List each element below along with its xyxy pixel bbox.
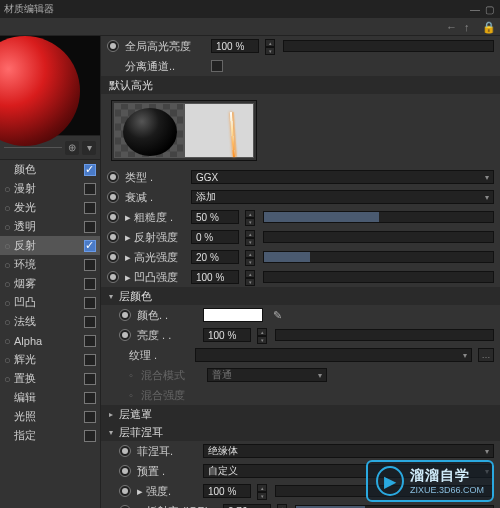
refl-value[interactable]: 0 % <box>191 230 239 244</box>
channel-checkbox[interactable] <box>84 164 96 176</box>
channel-checkbox[interactable] <box>84 316 96 328</box>
color-radio[interactable] <box>119 309 131 321</box>
global-spec-slider[interactable] <box>283 40 494 52</box>
bump-slider[interactable] <box>263 271 494 283</box>
channel-label: 透明 <box>14 219 80 234</box>
channel-checkbox[interactable] <box>84 392 96 404</box>
nav-icon[interactable]: ⊕ <box>65 141 79 155</box>
ior-value[interactable]: 2.76 <box>223 504 271 508</box>
atten-dropdown[interactable]: 添加 <box>191 190 494 204</box>
texture-more-button[interactable]: … <box>478 348 494 362</box>
left-column: ⊕ ▾ 颜色○漫射○发光○透明○反射○环境○烟雾○凹凸○法线○Alpha○辉光○… <box>0 36 100 508</box>
thumb-sphere[interactable] <box>114 103 184 158</box>
lock-icon[interactable]: 🔒 <box>482 21 494 33</box>
spec-radio[interactable] <box>107 251 119 263</box>
channel-row-8[interactable]: ○法线 <box>0 312 100 331</box>
bump-spinner[interactable]: ▴▾ <box>245 270 255 284</box>
channel-row-2[interactable]: ○发光 <box>0 198 100 217</box>
eyedropper-icon[interactable]: ✎ <box>269 308 285 322</box>
channel-label: 编辑 <box>14 390 80 405</box>
rough-value[interactable]: 50 % <box>191 210 239 224</box>
top-toolbar: ← ↑ 🔒 <box>0 18 500 36</box>
rough-spinner[interactable]: ▴▾ <box>245 210 255 224</box>
brightness-spinner[interactable]: ▴▾ <box>257 328 267 342</box>
brightness-radio[interactable] <box>119 329 131 341</box>
channel-checkbox[interactable] <box>84 202 96 214</box>
texture-dropdown[interactable] <box>195 348 472 362</box>
channel-bullet: ○ <box>4 259 10 271</box>
channel-checkbox[interactable] <box>84 259 96 271</box>
channel-checkbox[interactable] <box>84 335 96 347</box>
chevron-down-icon: ▾ <box>109 428 119 437</box>
dropdown-icon[interactable]: ▾ <box>82 141 96 155</box>
channel-checkbox[interactable] <box>84 240 96 252</box>
channel-label: 反射 <box>14 238 80 253</box>
spec-value[interactable]: 20 % <box>191 250 239 264</box>
channel-row-1[interactable]: ○漫射 <box>0 179 100 198</box>
channel-row-14[interactable]: 指定 <box>0 426 100 445</box>
channel-label: 法线 <box>14 314 80 329</box>
global-spec-value[interactable]: 100 % <box>211 39 259 53</box>
channel-checkbox[interactable] <box>84 297 96 309</box>
channel-checkbox[interactable] <box>84 183 96 195</box>
channel-checkbox[interactable] <box>84 221 96 233</box>
channel-row-9[interactable]: ○Alpha <box>0 331 100 350</box>
channel-row-0[interactable]: 颜色 <box>0 160 100 179</box>
type-dropdown[interactable]: GGX <box>191 170 494 184</box>
section-layer-mask[interactable]: ▸ 层遮罩 <box>101 405 500 423</box>
blend-mode-dropdown[interactable]: 普通 <box>207 368 327 382</box>
spec-slider[interactable] <box>263 251 494 263</box>
color-swatch[interactable] <box>203 308 263 322</box>
channel-row-4[interactable]: ○反射 <box>0 236 100 255</box>
channel-checkbox[interactable] <box>84 373 96 385</box>
preset-radio[interactable] <box>119 465 131 477</box>
thumb-falloff[interactable] <box>184 103 254 158</box>
fresnel-strength-radio[interactable] <box>119 485 131 497</box>
channel-bullet: ○ <box>4 335 10 347</box>
bump-value[interactable]: 100 % <box>191 270 239 284</box>
channel-checkbox[interactable] <box>84 278 96 290</box>
refl-spinner[interactable]: ▴▾ <box>245 230 255 244</box>
channel-row-10[interactable]: ○辉光 <box>0 350 100 369</box>
window-title: 材质编辑器 <box>4 2 54 16</box>
channel-row-6[interactable]: ○烟雾 <box>0 274 100 293</box>
channel-checkbox[interactable] <box>84 354 96 366</box>
channel-row-5[interactable]: ○环境 <box>0 255 100 274</box>
texture-row: 纹理 . … <box>101 345 500 365</box>
fresnel-radio[interactable] <box>119 445 131 457</box>
type-radio[interactable] <box>107 171 119 183</box>
maximize-button[interactable]: ▢ <box>482 4 496 15</box>
channel-label: 烟雾 <box>14 276 80 291</box>
refl-radio[interactable] <box>107 231 119 243</box>
rough-radio[interactable] <box>107 211 119 223</box>
fresnel-strength-value[interactable]: 100 % <box>203 484 251 498</box>
ior-spinner[interactable]: ▴▾ <box>277 504 287 508</box>
separate-channel-checkbox[interactable] <box>211 60 223 72</box>
material-preview[interactable] <box>0 36 100 136</box>
brightness-slider[interactable] <box>275 329 494 341</box>
channel-row-12[interactable]: 编辑 <box>0 388 100 407</box>
global-spec-radio[interactable] <box>107 40 119 52</box>
channel-row-11[interactable]: ○置换 <box>0 369 100 388</box>
chevron-right-icon: ▸ <box>109 410 119 419</box>
global-spec-spinner[interactable]: ▴▾ <box>265 39 275 53</box>
brightness-value[interactable]: 100 % <box>203 328 251 342</box>
channel-checkbox[interactable] <box>84 430 96 442</box>
channel-row-13[interactable]: 光照 <box>0 407 100 426</box>
section-default-highlight[interactable]: 默认高光 <box>101 76 500 94</box>
arrow-left-icon[interactable]: ← <box>446 21 458 33</box>
spec-spinner[interactable]: ▴▾ <box>245 250 255 264</box>
section-layer-color[interactable]: ▾ 层颜色 <box>101 287 500 305</box>
channel-row-7[interactable]: ○凹凸 <box>0 293 100 312</box>
refl-slider[interactable] <box>263 231 494 243</box>
channel-row-3[interactable]: ○透明 <box>0 217 100 236</box>
bump-radio[interactable] <box>107 271 119 283</box>
rough-slider[interactable] <box>263 211 494 223</box>
section-layer-fresnel[interactable]: ▾ 层菲涅耳 <box>101 423 500 441</box>
fresnel-dropdown[interactable]: 绝缘体 <box>203 444 494 458</box>
minimize-button[interactable]: — <box>468 4 482 15</box>
channel-checkbox[interactable] <box>84 411 96 423</box>
fresnel-strength-spinner[interactable]: ▴▾ <box>257 484 267 498</box>
arrow-up-icon[interactable]: ↑ <box>464 21 476 33</box>
atten-radio[interactable] <box>107 191 119 203</box>
